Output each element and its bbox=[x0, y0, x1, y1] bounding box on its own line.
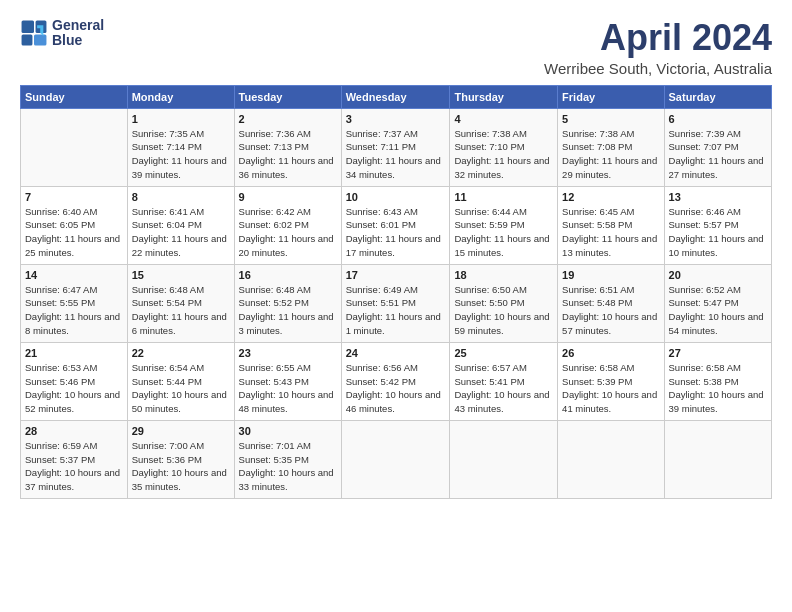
day-number: 26 bbox=[562, 347, 659, 359]
day-number: 7 bbox=[25, 191, 123, 203]
calendar-cell: 9Sunrise: 6:42 AM Sunset: 6:02 PM Daylig… bbox=[234, 186, 341, 264]
day-number: 29 bbox=[132, 425, 230, 437]
calendar-cell bbox=[450, 420, 558, 498]
day-number: 10 bbox=[346, 191, 446, 203]
day-detail: Sunrise: 7:36 AM Sunset: 7:13 PM Dayligh… bbox=[239, 127, 337, 182]
calendar-cell: 28Sunrise: 6:59 AM Sunset: 5:37 PM Dayli… bbox=[21, 420, 128, 498]
day-detail: Sunrise: 6:58 AM Sunset: 5:39 PM Dayligh… bbox=[562, 361, 659, 416]
day-detail: Sunrise: 6:51 AM Sunset: 5:48 PM Dayligh… bbox=[562, 283, 659, 338]
day-number: 15 bbox=[132, 269, 230, 281]
day-detail: Sunrise: 7:35 AM Sunset: 7:14 PM Dayligh… bbox=[132, 127, 230, 182]
day-number: 17 bbox=[346, 269, 446, 281]
logo-icon bbox=[20, 19, 48, 47]
calendar-cell: 2Sunrise: 7:36 AM Sunset: 7:13 PM Daylig… bbox=[234, 108, 341, 186]
day-number: 13 bbox=[669, 191, 767, 203]
calendar-cell: 3Sunrise: 7:37 AM Sunset: 7:11 PM Daylig… bbox=[341, 108, 450, 186]
day-number: 2 bbox=[239, 113, 337, 125]
day-number: 25 bbox=[454, 347, 553, 359]
calendar-cell: 12Sunrise: 6:45 AM Sunset: 5:58 PM Dayli… bbox=[558, 186, 664, 264]
day-number: 9 bbox=[239, 191, 337, 203]
day-number: 24 bbox=[346, 347, 446, 359]
day-detail: Sunrise: 6:48 AM Sunset: 5:54 PM Dayligh… bbox=[132, 283, 230, 338]
day-number: 4 bbox=[454, 113, 553, 125]
day-detail: Sunrise: 6:48 AM Sunset: 5:52 PM Dayligh… bbox=[239, 283, 337, 338]
calendar-week-row: 7Sunrise: 6:40 AM Sunset: 6:05 PM Daylig… bbox=[21, 186, 772, 264]
day-number: 22 bbox=[132, 347, 230, 359]
day-detail: Sunrise: 7:01 AM Sunset: 5:35 PM Dayligh… bbox=[239, 439, 337, 494]
svg-rect-3 bbox=[22, 35, 33, 46]
column-header-thursday: Thursday bbox=[450, 85, 558, 108]
column-header-tuesday: Tuesday bbox=[234, 85, 341, 108]
day-detail: Sunrise: 7:39 AM Sunset: 7:07 PM Dayligh… bbox=[669, 127, 767, 182]
day-number: 3 bbox=[346, 113, 446, 125]
calendar-cell: 19Sunrise: 6:51 AM Sunset: 5:48 PM Dayli… bbox=[558, 264, 664, 342]
column-header-wednesday: Wednesday bbox=[341, 85, 450, 108]
svg-rect-1 bbox=[22, 21, 34, 33]
calendar-cell bbox=[21, 108, 128, 186]
column-header-monday: Monday bbox=[127, 85, 234, 108]
calendar-cell: 5Sunrise: 7:38 AM Sunset: 7:08 PM Daylig… bbox=[558, 108, 664, 186]
calendar-cell: 30Sunrise: 7:01 AM Sunset: 5:35 PM Dayli… bbox=[234, 420, 341, 498]
day-detail: Sunrise: 7:38 AM Sunset: 7:08 PM Dayligh… bbox=[562, 127, 659, 182]
calendar-cell bbox=[558, 420, 664, 498]
day-number: 27 bbox=[669, 347, 767, 359]
day-number: 1 bbox=[132, 113, 230, 125]
calendar-table: SundayMondayTuesdayWednesdayThursdayFrid… bbox=[20, 85, 772, 499]
day-detail: Sunrise: 6:43 AM Sunset: 6:01 PM Dayligh… bbox=[346, 205, 446, 260]
day-detail: Sunrise: 6:59 AM Sunset: 5:37 PM Dayligh… bbox=[25, 439, 123, 494]
calendar-week-row: 14Sunrise: 6:47 AM Sunset: 5:55 PM Dayli… bbox=[21, 264, 772, 342]
logo: General Blue bbox=[20, 18, 104, 49]
calendar-week-row: 21Sunrise: 6:53 AM Sunset: 5:46 PM Dayli… bbox=[21, 342, 772, 420]
column-header-sunday: Sunday bbox=[21, 85, 128, 108]
calendar-cell: 11Sunrise: 6:44 AM Sunset: 5:59 PM Dayli… bbox=[450, 186, 558, 264]
day-detail: Sunrise: 6:47 AM Sunset: 5:55 PM Dayligh… bbox=[25, 283, 123, 338]
calendar-cell: 8Sunrise: 6:41 AM Sunset: 6:04 PM Daylig… bbox=[127, 186, 234, 264]
day-detail: Sunrise: 6:46 AM Sunset: 5:57 PM Dayligh… bbox=[669, 205, 767, 260]
day-detail: Sunrise: 6:53 AM Sunset: 5:46 PM Dayligh… bbox=[25, 361, 123, 416]
day-detail: Sunrise: 6:55 AM Sunset: 5:43 PM Dayligh… bbox=[239, 361, 337, 416]
day-detail: Sunrise: 6:58 AM Sunset: 5:38 PM Dayligh… bbox=[669, 361, 767, 416]
day-detail: Sunrise: 6:41 AM Sunset: 6:04 PM Dayligh… bbox=[132, 205, 230, 260]
day-number: 20 bbox=[669, 269, 767, 281]
day-number: 28 bbox=[25, 425, 123, 437]
day-number: 8 bbox=[132, 191, 230, 203]
calendar-cell: 13Sunrise: 6:46 AM Sunset: 5:57 PM Dayli… bbox=[664, 186, 771, 264]
day-number: 12 bbox=[562, 191, 659, 203]
day-detail: Sunrise: 6:56 AM Sunset: 5:42 PM Dayligh… bbox=[346, 361, 446, 416]
calendar-cell: 15Sunrise: 6:48 AM Sunset: 5:54 PM Dayli… bbox=[127, 264, 234, 342]
day-number: 30 bbox=[239, 425, 337, 437]
day-detail: Sunrise: 6:45 AM Sunset: 5:58 PM Dayligh… bbox=[562, 205, 659, 260]
calendar-cell: 16Sunrise: 6:48 AM Sunset: 5:52 PM Dayli… bbox=[234, 264, 341, 342]
location-subtitle: Werribee South, Victoria, Australia bbox=[544, 60, 772, 77]
calendar-cell: 20Sunrise: 6:52 AM Sunset: 5:47 PM Dayli… bbox=[664, 264, 771, 342]
day-detail: Sunrise: 7:37 AM Sunset: 7:11 PM Dayligh… bbox=[346, 127, 446, 182]
day-number: 23 bbox=[239, 347, 337, 359]
calendar-cell: 27Sunrise: 6:58 AM Sunset: 5:38 PM Dayli… bbox=[664, 342, 771, 420]
day-detail: Sunrise: 6:50 AM Sunset: 5:50 PM Dayligh… bbox=[454, 283, 553, 338]
day-detail: Sunrise: 6:52 AM Sunset: 5:47 PM Dayligh… bbox=[669, 283, 767, 338]
day-number: 5 bbox=[562, 113, 659, 125]
day-number: 18 bbox=[454, 269, 553, 281]
page: General Blue April 2024 Werribee South, … bbox=[0, 0, 792, 612]
calendar-cell: 18Sunrise: 6:50 AM Sunset: 5:50 PM Dayli… bbox=[450, 264, 558, 342]
month-title: April 2024 bbox=[544, 18, 772, 58]
day-number: 11 bbox=[454, 191, 553, 203]
day-detail: Sunrise: 6:40 AM Sunset: 6:05 PM Dayligh… bbox=[25, 205, 123, 260]
day-detail: Sunrise: 7:00 AM Sunset: 5:36 PM Dayligh… bbox=[132, 439, 230, 494]
day-detail: Sunrise: 6:49 AM Sunset: 5:51 PM Dayligh… bbox=[346, 283, 446, 338]
day-number: 14 bbox=[25, 269, 123, 281]
day-detail: Sunrise: 6:44 AM Sunset: 5:59 PM Dayligh… bbox=[454, 205, 553, 260]
svg-rect-4 bbox=[34, 35, 46, 46]
calendar-cell: 29Sunrise: 7:00 AM Sunset: 5:36 PM Dayli… bbox=[127, 420, 234, 498]
calendar-cell: 17Sunrise: 6:49 AM Sunset: 5:51 PM Dayli… bbox=[341, 264, 450, 342]
title-block: April 2024 Werribee South, Victoria, Aus… bbox=[544, 18, 772, 77]
calendar-cell bbox=[664, 420, 771, 498]
calendar-cell: 14Sunrise: 6:47 AM Sunset: 5:55 PM Dayli… bbox=[21, 264, 128, 342]
day-number: 21 bbox=[25, 347, 123, 359]
calendar-cell: 22Sunrise: 6:54 AM Sunset: 5:44 PM Dayli… bbox=[127, 342, 234, 420]
header: General Blue April 2024 Werribee South, … bbox=[20, 18, 772, 77]
day-number: 16 bbox=[239, 269, 337, 281]
day-detail: Sunrise: 7:38 AM Sunset: 7:10 PM Dayligh… bbox=[454, 127, 553, 182]
day-detail: Sunrise: 6:54 AM Sunset: 5:44 PM Dayligh… bbox=[132, 361, 230, 416]
calendar-cell: 21Sunrise: 6:53 AM Sunset: 5:46 PM Dayli… bbox=[21, 342, 128, 420]
